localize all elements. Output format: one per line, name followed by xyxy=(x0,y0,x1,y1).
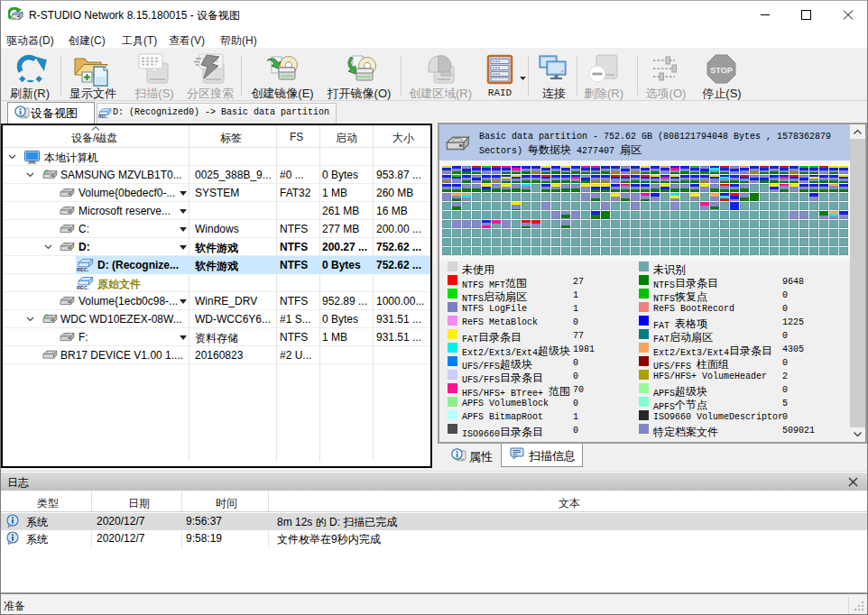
svg-text:REC.: REC. xyxy=(77,267,89,271)
svg-text:STOP: STOP xyxy=(710,66,732,75)
svg-text:REC.: REC. xyxy=(98,115,108,119)
svg-text:REC.: REC. xyxy=(77,285,89,289)
